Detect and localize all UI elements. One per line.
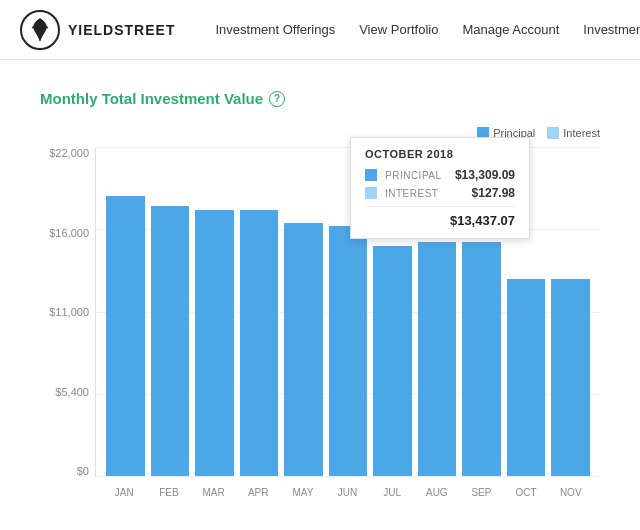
bar-feb[interactable]	[151, 206, 190, 476]
tooltip-interest-value: $127.98	[472, 186, 515, 200]
tooltip-principal-value: $13,309.09	[455, 168, 515, 182]
y-label-11000: $11,000	[49, 306, 95, 318]
interest-swatch	[547, 127, 559, 139]
info-icon[interactable]: ?	[269, 91, 285, 107]
bar-jan[interactable]	[106, 196, 145, 476]
bar-group-mar	[195, 147, 234, 476]
tooltip-header: OCTOBER 2018	[365, 148, 515, 160]
bar-sep[interactable]	[462, 242, 501, 476]
x-label-mar: MAR	[194, 487, 233, 498]
x-label-jan: JAN	[105, 487, 144, 498]
x-label-feb: FEB	[150, 487, 189, 498]
nav-view-portfolio[interactable]: View Portfolio	[359, 22, 438, 37]
bar-mar[interactable]	[195, 210, 234, 476]
x-label-aug: AUG	[417, 487, 456, 498]
tooltip-interest-swatch	[365, 187, 377, 199]
chart-container: Principal Interest $22,000 $16,000 $11,0…	[40, 127, 600, 507]
bar-jun[interactable]	[329, 226, 368, 476]
header: YIELDSTREET Investment Offerings View Po…	[0, 0, 640, 60]
y-axis: $22,000 $16,000 $11,000 $5,400 $0	[40, 147, 95, 477]
tooltip: OCTOBER 2018 PRINCIPAL $13,309.09 INTERE…	[350, 137, 530, 239]
logo-area: YIELDSTREET	[20, 10, 175, 50]
x-labels: JANFEBMARAPRMAYJUNJULAUGSEPOCTNOV	[95, 477, 600, 507]
y-label-0: $0	[77, 465, 95, 477]
main-nav: Investment Offerings View Portfolio Mana…	[215, 22, 640, 37]
y-label-22000: $22,000	[49, 147, 95, 159]
x-label-apr: APR	[239, 487, 278, 498]
tooltip-principal-swatch	[365, 169, 377, 181]
bar-apr[interactable]	[240, 210, 279, 476]
bar-group-apr	[240, 147, 279, 476]
nav-investment-more[interactable]: Investment...	[583, 22, 640, 37]
x-label-nov: NOV	[551, 487, 590, 498]
x-label-jul: JUL	[373, 487, 412, 498]
bar-jul[interactable]	[373, 246, 412, 476]
x-label-sep: SEP	[462, 487, 501, 498]
tooltip-interest-row: INTEREST $127.98	[365, 186, 515, 200]
logo-text: YIELDSTREET	[68, 22, 175, 38]
bar-group-may	[284, 147, 323, 476]
chart-title: Monthly Total Investment Value	[40, 90, 263, 107]
y-label-5400: $5,400	[55, 386, 95, 398]
legend-interest: Interest	[547, 127, 600, 139]
tooltip-interest-label: INTEREST	[385, 188, 464, 199]
bar-may[interactable]	[284, 223, 323, 476]
bar-group-jan	[106, 147, 145, 476]
bar-oct[interactable]	[507, 279, 546, 476]
bar-group-feb	[151, 147, 190, 476]
bar-group-nov	[551, 147, 590, 476]
main-content: Monthly Total Investment Value ? Princip…	[0, 60, 640, 527]
chart-title-row: Monthly Total Investment Value ?	[40, 90, 600, 107]
x-label-jun: JUN	[328, 487, 367, 498]
x-label-may: MAY	[284, 487, 323, 498]
tooltip-principal-label: PRINCIPAL	[385, 170, 447, 181]
nav-manage-account[interactable]: Manage Account	[462, 22, 559, 37]
logo-icon	[20, 10, 60, 50]
bar-aug[interactable]	[418, 242, 457, 476]
bar-nov[interactable]	[551, 279, 590, 476]
x-label-oct: OCT	[507, 487, 546, 498]
nav-investment-offerings[interactable]: Investment Offerings	[215, 22, 335, 37]
tooltip-principal-row: PRINCIPAL $13,309.09	[365, 168, 515, 182]
legend-interest-label: Interest	[563, 127, 600, 139]
y-label-16000: $16,000	[49, 227, 95, 239]
tooltip-total: $13,437.07	[365, 206, 515, 228]
